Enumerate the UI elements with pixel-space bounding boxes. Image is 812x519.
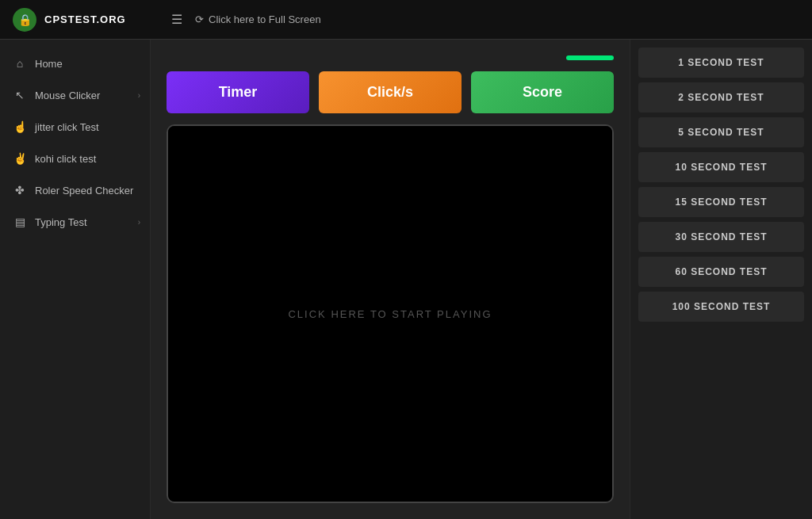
timer-button[interactable]: Timer xyxy=(167,71,309,113)
fullscreen-label: Click here to Full Screen xyxy=(209,13,321,25)
sidebar-item-label: jitter click Test xyxy=(35,121,99,133)
keyboard-icon: ▤ xyxy=(13,216,27,228)
time-test-10s-button[interactable]: 10 SECOND TEST xyxy=(638,152,804,182)
sidebar-item-label: kohi click test xyxy=(35,153,96,165)
chevron-right-icon: › xyxy=(138,91,140,100)
score-button[interactable]: Score xyxy=(471,71,614,113)
stat-buttons: Timer Click/s Score xyxy=(167,71,614,113)
sidebar-item-label: Home xyxy=(35,58,63,70)
sidebar-item-typing[interactable]: ▤ Typing Test › xyxy=(0,206,150,238)
sidebar-item-jitter[interactable]: ☝ jitter click Test xyxy=(0,111,150,143)
hand-icon: ✌ xyxy=(13,152,27,165)
sidebar-item-label: Roler Speed Checker xyxy=(35,185,133,197)
time-test-1s-button[interactable]: 1 SECOND TEST xyxy=(638,48,804,78)
logo-icon: 🔒 xyxy=(13,8,36,32)
sidebar-item-home[interactable]: ⌂ Home xyxy=(0,48,150,79)
roller-icon: ✤ xyxy=(13,184,27,197)
logo-area: 🔒 CPSTEST.ORG xyxy=(13,8,163,32)
content-area: Timer Click/s Score CLICK HERE TO START … xyxy=(151,40,630,519)
pointer-icon: ☝ xyxy=(13,120,27,133)
fullscreen-icon: ⟳ xyxy=(195,13,204,25)
time-test-5s-button[interactable]: 5 SECOND TEST xyxy=(638,117,804,147)
main-layout: ⌂ Home ↖ Mouse Clicker › ☝ jitter click … xyxy=(0,40,812,519)
hamburger-icon[interactable]: ☰ xyxy=(171,12,182,27)
right-sidebar: 1 SECOND TEST2 SECOND TEST5 SECOND TEST1… xyxy=(630,40,812,519)
sidebar-item-label: Typing Test xyxy=(35,216,87,228)
sidebar-item-label: Mouse Clicker xyxy=(35,90,100,101)
time-test-2s-button[interactable]: 2 SECOND TEST xyxy=(638,82,804,113)
chevron-right-icon: › xyxy=(138,218,140,227)
mouse-icon: ↖ xyxy=(13,89,27,101)
game-area-inner: CLICK HERE TO START PLAYING xyxy=(168,126,612,502)
sidebar-item-kohi[interactable]: ✌ kohi click test xyxy=(0,143,150,174)
top-nav: ☰ ⟳ Click here to Full Screen xyxy=(163,12,321,27)
time-test-60s-button[interactable]: 60 SECOND TEST xyxy=(638,257,804,287)
time-test-30s-button[interactable]: 30 SECOND TEST xyxy=(638,222,804,252)
progress-bar-container xyxy=(167,55,614,60)
logo-text: CPSTEST.ORG xyxy=(44,13,126,25)
left-sidebar: ⌂ Home ↖ Mouse Clicker › ☝ jitter click … xyxy=(0,40,151,519)
time-test-15s-button[interactable]: 15 SECOND TEST xyxy=(638,187,804,217)
progress-bar xyxy=(566,55,614,60)
sidebar-item-roller[interactable]: ✤ Roler Speed Checker xyxy=(0,174,150,206)
fullscreen-button[interactable]: ⟳ Click here to Full Screen xyxy=(195,13,321,25)
clicks-button[interactable]: Click/s xyxy=(319,71,462,113)
game-area[interactable]: CLICK HERE TO START PLAYING xyxy=(167,124,614,503)
game-start-text: CLICK HERE TO START PLAYING xyxy=(288,308,492,320)
top-bar: 🔒 CPSTEST.ORG ☰ ⟳ Click here to Full Scr… xyxy=(0,0,812,40)
sidebar-item-mouse-clicker[interactable]: ↖ Mouse Clicker › xyxy=(0,79,150,111)
home-icon: ⌂ xyxy=(13,57,27,70)
time-test-100s-button[interactable]: 100 SECOND TEST xyxy=(638,292,804,322)
